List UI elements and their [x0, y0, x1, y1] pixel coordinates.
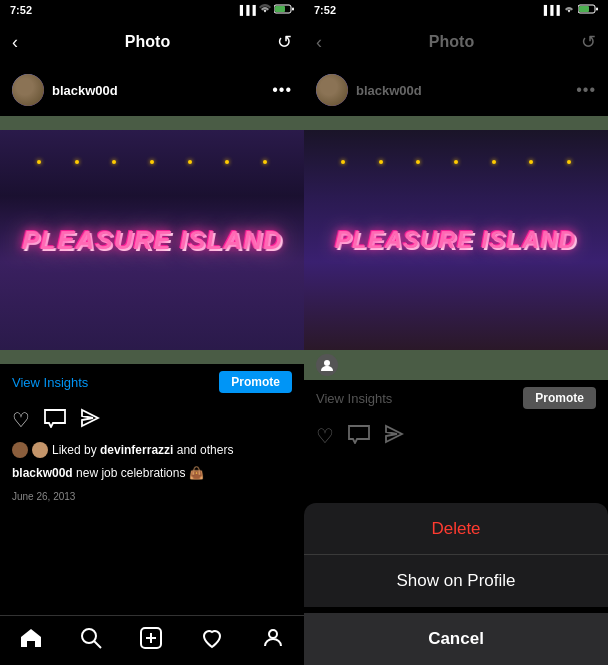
- back-icon-left[interactable]: ‹: [12, 32, 18, 53]
- back-icon-right[interactable]: ‹: [316, 32, 322, 53]
- date-text-left: June 26, 2013: [12, 491, 75, 502]
- post-image-bg-left: PLEASURE ISLAND: [0, 130, 304, 350]
- username-left: blackw00d: [52, 83, 118, 98]
- post-image-right: PLEASURE ISLAND: [304, 130, 608, 350]
- share-icon-left[interactable]: [80, 408, 100, 433]
- light-dot: [188, 160, 192, 164]
- nav-title-right: Photo: [429, 33, 474, 51]
- view-insights-right[interactable]: View Insights: [316, 391, 392, 406]
- light-dot-r: [492, 160, 496, 164]
- light-dot: [37, 160, 41, 164]
- light-dot: [75, 160, 79, 164]
- refresh-icon-right[interactable]: ↺: [581, 31, 596, 53]
- light-dot-r: [341, 160, 345, 164]
- more-dots-right[interactable]: •••: [576, 81, 596, 99]
- promote-btn-right[interactable]: Promote: [523, 387, 596, 409]
- action-icons-left: ♡: [0, 400, 304, 440]
- search-icon[interactable]: [80, 627, 102, 655]
- light-dot: [225, 160, 229, 164]
- more-dots-left[interactable]: •••: [272, 81, 292, 99]
- likes-avatars-left: Liked by devinferrazzi and others: [12, 442, 292, 459]
- username-right: blackw00d: [356, 83, 422, 98]
- home-icon[interactable]: [19, 627, 43, 655]
- svg-rect-1: [275, 6, 285, 12]
- likes-row-left: Liked by devinferrazzi and others: [0, 440, 304, 461]
- insights-row-right: View Insights Promote: [304, 380, 608, 416]
- green-spacer-bottom-left: [0, 350, 304, 364]
- status-bar-left: 7:52 ▐▐▐: [0, 0, 304, 20]
- cancel-item[interactable]: Cancel: [304, 613, 608, 665]
- delete-item[interactable]: Delete: [304, 503, 608, 555]
- comment-icon-right[interactable]: [348, 424, 370, 449]
- light-dot: [150, 160, 154, 164]
- status-bar-right: 7:52 ▐▐▐: [304, 0, 608, 20]
- action-sheet-overlay: Delete Show on Profile Cancel: [304, 503, 608, 665]
- caption-body-left: new job celebrations 👜: [76, 466, 204, 480]
- user-row-right: blackw00d •••: [304, 64, 608, 116]
- refresh-icon-left[interactable]: ↺: [277, 31, 292, 53]
- add-icon[interactable]: [139, 626, 163, 656]
- light-dot-r: [529, 160, 533, 164]
- nav-title-left: Photo: [125, 33, 170, 51]
- user-row-left: blackw00d •••: [0, 64, 304, 116]
- like-avatar-2: [32, 442, 48, 458]
- likes-text-left: Liked by devinferrazzi and others: [52, 442, 233, 459]
- share-icon-right[interactable]: [384, 424, 404, 449]
- user-info-left: blackw00d: [12, 74, 118, 106]
- heart-icon-left[interactable]: ♡: [12, 408, 30, 432]
- green-spacer-top-right: [304, 116, 608, 130]
- avatar-left: [12, 74, 44, 106]
- svg-point-14: [324, 360, 330, 366]
- top-nav-right: ‹ Photo ↺: [304, 20, 608, 64]
- status-icons-left: ▐▐▐: [237, 4, 294, 16]
- time-right: 7:52: [314, 4, 336, 16]
- wifi-icon: [259, 4, 271, 16]
- svg-point-4: [32, 442, 48, 458]
- pleasure-island-text-right: PLEASURE ISLAND: [334, 227, 577, 253]
- heart-nav-icon[interactable]: [200, 627, 224, 655]
- heart-icon-right[interactable]: ♡: [316, 424, 334, 448]
- svg-point-5: [82, 629, 96, 643]
- comment-icon-left[interactable]: [44, 408, 66, 433]
- show-on-profile-label: Show on Profile: [396, 571, 515, 591]
- battery-icon-right: [578, 4, 598, 16]
- signal-icon-right: ▐▐▐: [541, 5, 560, 15]
- light-dot-r: [454, 160, 458, 164]
- svg-rect-2: [292, 8, 294, 11]
- action-icons-right: ♡: [304, 416, 608, 456]
- view-insights-left[interactable]: View Insights: [12, 375, 88, 390]
- svg-rect-13: [596, 8, 598, 11]
- promote-btn-left[interactable]: Promote: [219, 371, 292, 393]
- post-image-left: PLEASURE ISLAND: [0, 130, 304, 350]
- light-dot: [112, 160, 116, 164]
- svg-point-10: [269, 630, 277, 638]
- post-date-left: June 26, 2013: [0, 484, 304, 508]
- signal-icon: ▐▐▐: [237, 5, 256, 15]
- show-on-profile-item[interactable]: Show on Profile: [304, 555, 608, 607]
- person-icon-row-right: [304, 350, 608, 380]
- svg-point-3: [12, 442, 28, 458]
- left-panel: 7:52 ▐▐▐ ‹ Photo ↺: [0, 0, 304, 665]
- wifi-icon-right: [563, 4, 575, 16]
- cancel-label: Cancel: [428, 629, 484, 649]
- insights-row-left: View Insights Promote: [0, 364, 304, 400]
- bottom-nav-left: [0, 615, 304, 665]
- pleasure-island-text-left: PLEASURE ISLAND: [21, 226, 283, 254]
- post-image-bg-right: PLEASURE ISLAND: [304, 130, 608, 350]
- battery-icon: [274, 4, 294, 16]
- svg-line-6: [94, 641, 101, 648]
- profile-icon[interactable]: [261, 626, 285, 656]
- caption-username-left[interactable]: blackw00d: [12, 466, 73, 480]
- light-dot-r: [416, 160, 420, 164]
- lights-row-left: [0, 160, 304, 164]
- user-info-right: blackw00d: [316, 74, 422, 106]
- status-icons-right: ▐▐▐: [541, 4, 598, 16]
- light-dot-r: [379, 160, 383, 164]
- person-icon: [316, 354, 338, 376]
- delete-label: Delete: [431, 519, 480, 539]
- time-left: 7:52: [10, 4, 32, 16]
- light-dot: [263, 160, 267, 164]
- caption-text-left: blackw00d new job celebrations 👜: [12, 466, 204, 480]
- caption-left: blackw00d new job celebrations 👜: [0, 461, 304, 484]
- like-avatar-1: [12, 442, 28, 458]
